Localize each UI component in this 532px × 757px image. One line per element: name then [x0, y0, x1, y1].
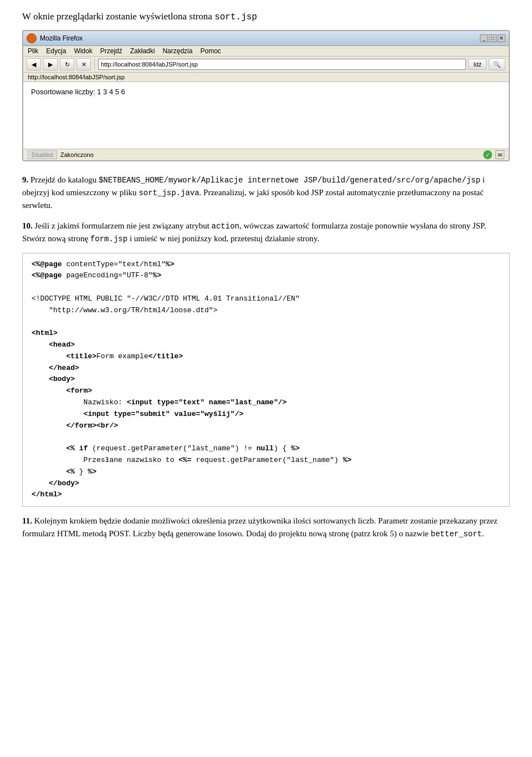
reload-button[interactable]: ↻	[60, 58, 74, 70]
forward-button[interactable]: ▶	[43, 58, 58, 70]
section10-paragraph: 10. Jeśli z jakimś formularzem nie jest …	[22, 220, 510, 245]
section10-code2: form.jsp	[90, 235, 127, 243]
back-button[interactable]: ◀	[27, 58, 41, 70]
section9-text-before: Przejdź do katalogu	[28, 175, 99, 184]
browser-toolbar: ◀ ▶ ↻ ✕ Idź 🔍	[23, 57, 509, 73]
section10-num: 10.	[22, 221, 33, 230]
maximize-button[interactable]: □	[489, 34, 497, 42]
menu-zakladki[interactable]: Zakładki	[130, 47, 155, 55]
menu-pomoc[interactable]: Pomoc	[200, 47, 221, 55]
address-tab-bar: http://localhost:8084/labJSP/sort.jsp	[23, 73, 509, 82]
disabled-button[interactable]: Disabled	[28, 150, 57, 159]
section11-text1: Kolejnym krokiem będzie dodanie możliwoś…	[22, 516, 498, 538]
section11-paragraph: 11. Kolejnym krokiem będzie dodanie możl…	[22, 515, 510, 540]
close-button[interactable]: ✕	[498, 34, 505, 42]
status-text: Zakończono	[60, 151, 480, 158]
browser-statusbar: Disabled Zakończono ✓ ✉	[23, 149, 509, 160]
section9-num: 9.	[22, 175, 28, 184]
code-block: <%@page contentType="text/html"%> <%@pag…	[22, 253, 510, 507]
toolbar-separator	[94, 59, 95, 70]
browser-title: Mozilla Firefox	[40, 34, 477, 42]
browser-menubar: Plik Edycja Widok Przejdź Zakładki Narzę…	[23, 46, 509, 57]
stop-button[interactable]: ✕	[76, 58, 91, 70]
url-bar	[98, 59, 466, 70]
firefox-logo	[27, 33, 37, 43]
mail-icon[interactable]: ✉	[495, 150, 504, 159]
browser-content-area: Posortowane liczby: 1 3 4 5 6	[23, 82, 509, 149]
browser-window: Mozilla Firefox _ □ ✕ Plik Edycja Widok …	[22, 30, 510, 161]
intro-paragraph: W oknie przeglądarki zostanie wyświetlon…	[22, 11, 510, 22]
status-ok-icon: ✓	[483, 150, 492, 159]
go-button[interactable]: Idź	[468, 59, 487, 70]
menu-przejdz[interactable]: Przejdź	[100, 47, 122, 55]
browser-content-text: Posortowane liczby: 1 3 4 5 6	[31, 88, 125, 96]
minimize-button[interactable]: _	[480, 34, 488, 42]
url-input[interactable]	[98, 59, 466, 70]
section11-code1: better_sort	[431, 530, 482, 538]
menu-plik[interactable]: Plik	[28, 47, 38, 55]
section10-text3: i umieść w niej poniższy kod, przetestuj…	[127, 234, 319, 243]
section9-paragraph: 9. Przejdź do katalogu $NETBEANS_HOME/my…	[22, 174, 510, 212]
section9-code1: $NETBEANS_HOME/mywork/Aplikacje internet…	[99, 176, 480, 185]
section10-code1: action	[212, 222, 239, 231]
search-icon[interactable]: 🔍	[489, 58, 505, 70]
intro-code: sort.jsp	[214, 12, 257, 22]
section11-num: 11.	[22, 516, 32, 525]
intro-text: W oknie przeglądarki zostanie wyświetlon…	[22, 11, 214, 22]
menu-widok[interactable]: Widok	[74, 47, 92, 55]
menu-edycja[interactable]: Edycja	[46, 47, 66, 55]
window-buttons: _ □ ✕	[480, 34, 505, 42]
section11-text2: .	[482, 529, 484, 538]
browser-titlebar: Mozilla Firefox _ □ ✕	[23, 31, 509, 46]
address-tab-label: http://localhost:8084/labJSP/sort.jsp	[28, 74, 125, 80]
section9-code2: sort_jsp.java	[139, 189, 199, 197]
section10-text1: Jeśli z jakimś formularzem nie jest zwią…	[33, 221, 212, 230]
menu-narzedzia[interactable]: Narzędzia	[162, 47, 192, 55]
